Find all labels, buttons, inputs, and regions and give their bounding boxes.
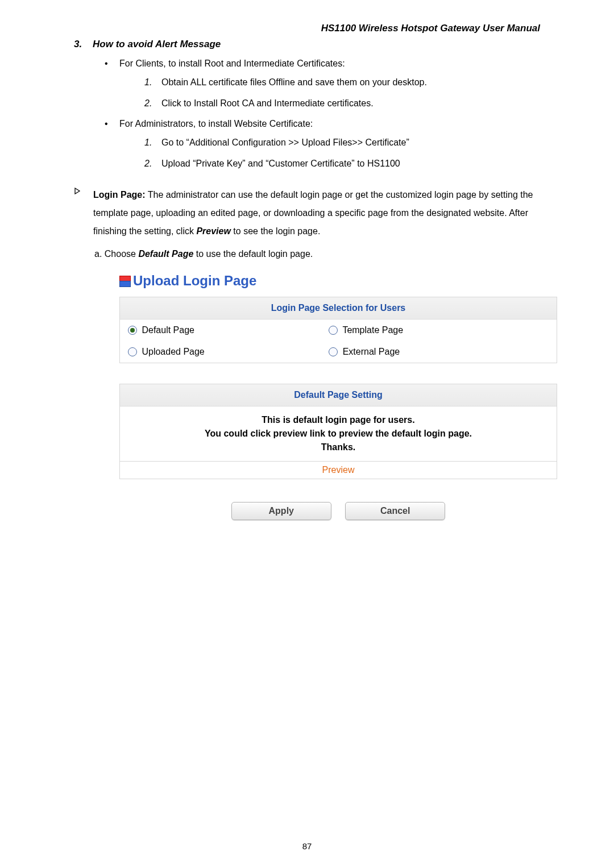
chevron-right-icon bbox=[74, 188, 81, 194]
svg-marker-0 bbox=[75, 188, 80, 194]
clients-item-1: 1.Obtain ALL certificate files Offline a… bbox=[144, 74, 540, 91]
section3-num: 3. bbox=[74, 39, 82, 49]
default-line1: This is default login page for users. bbox=[120, 413, 557, 427]
admins-item-2: 2.Upload “Private Key” and “Customer Cer… bbox=[144, 156, 540, 172]
radio-template-page[interactable]: Template Page bbox=[321, 319, 557, 341]
sub-a-prefix: a. Choose bbox=[94, 249, 138, 259]
clients-item-1-text: Obtain ALL certificate files Offline and… bbox=[161, 77, 427, 87]
upload-login-page-heading: Upload Login Page bbox=[119, 273, 540, 289]
login-page-paragraph: Login Page: The administrator can use th… bbox=[93, 186, 540, 240]
default-page-setting-table: Default Page Setting This is default log… bbox=[119, 384, 557, 479]
radio-default-label: Default Page bbox=[142, 325, 194, 335]
radio-uploaded-label: Uploaded Page bbox=[142, 347, 204, 356]
admins-item-1-text: Go to “Additional Configuration >> Uploa… bbox=[161, 138, 409, 147]
login-page-tail: to see the login page. bbox=[231, 226, 320, 236]
bullet-list: For Clients, to install Root and Interme… bbox=[74, 56, 540, 172]
default-page-word: Default Page bbox=[138, 249, 193, 259]
admins-item-1: 1.Go to “Additional Configuration >> Upl… bbox=[144, 135, 540, 151]
doc-title: HS1100 Wireless Hotspot Gateway User Man… bbox=[74, 23, 540, 34]
default-setting-header: Default Page Setting bbox=[120, 384, 557, 406]
login-page-label: Login Page: bbox=[93, 190, 146, 200]
admins-numlist: 1.Go to “Additional Configuration >> Upl… bbox=[119, 135, 540, 172]
clients-numlist: 1.Obtain ALL certificate files Offline a… bbox=[119, 74, 540, 112]
section3-heading: 3. How to avoid Alert Message bbox=[74, 39, 540, 50]
preview-word: Preview bbox=[196, 226, 230, 236]
clients-item-2-text: Click to Install Root CA and Intermediat… bbox=[161, 98, 374, 108]
radio-icon bbox=[329, 326, 338, 335]
radio-template-label: Template Page bbox=[342, 325, 403, 335]
radio-icon bbox=[128, 326, 137, 335]
radio-icon bbox=[329, 347, 338, 356]
login-page-selection-table: Login Page Selection for Users Default P… bbox=[119, 297, 557, 363]
bullet-clients-label: For Clients, to install Root and Interme… bbox=[119, 59, 345, 68]
selection-header: Login Page Selection for Users bbox=[120, 297, 557, 319]
radio-external-label: External Page bbox=[343, 347, 400, 356]
radio-default-page[interactable]: Default Page bbox=[120, 319, 321, 341]
apply-button[interactable]: Apply bbox=[231, 502, 331, 520]
bullet-admins: For Administrators, to install Website C… bbox=[108, 116, 540, 172]
cancel-button[interactable]: Cancel bbox=[345, 502, 445, 520]
preview-link[interactable]: Preview bbox=[322, 465, 355, 475]
upload-page-icon bbox=[119, 276, 130, 286]
default-line2: You could click preview link to preview … bbox=[120, 427, 557, 441]
default-setting-body: This is default login page for users. Yo… bbox=[120, 406, 557, 461]
upload-heading-text: Upload Login Page bbox=[133, 273, 256, 289]
page-number: 87 bbox=[0, 841, 614, 851]
bullet-admins-label: For Administrators, to install Website C… bbox=[119, 119, 313, 128]
admins-item-2-text: Upload “Private Key” and “Customer Certi… bbox=[161, 159, 400, 168]
radio-uploaded-page[interactable]: Uploaded Page bbox=[120, 341, 321, 363]
default-line3: Thanks. bbox=[120, 441, 557, 454]
radio-icon bbox=[128, 347, 137, 356]
bullet-clients: For Clients, to install Root and Interme… bbox=[108, 56, 540, 111]
sub-item-a: a. Choose Default Page to use the defaul… bbox=[74, 246, 540, 263]
clients-item-2: 2.Click to Install Root CA and Intermedi… bbox=[144, 95, 540, 112]
radio-external-page[interactable]: External Page bbox=[321, 341, 557, 363]
section3-title: How to avoid Alert Message bbox=[93, 39, 221, 49]
sub-a-suffix: to use the default login page. bbox=[193, 249, 313, 259]
